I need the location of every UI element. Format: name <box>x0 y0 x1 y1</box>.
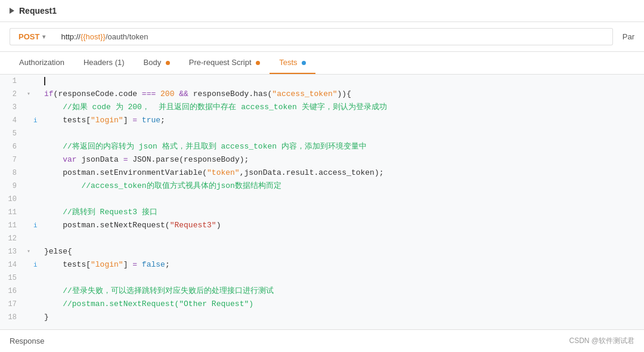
line-number: 15 <box>0 271 24 285</box>
line-number: 14 <box>0 258 24 271</box>
line-info-icon[interactable]: i <box>33 258 42 271</box>
line-number: 2 <box>0 88 24 101</box>
line-fold-indicator[interactable]: ▾ <box>24 88 33 101</box>
tabs-row: Authorization Headers (1) Body Pre-reque… <box>0 52 644 75</box>
line-content: //跳转到 Request3 接口 <box>42 206 644 219</box>
code-line: 3 //如果 code 为 200， 并且返回的数据中存在 access_tok… <box>0 101 644 114</box>
line-number: 9 <box>0 180 24 193</box>
request-title-bar: Request1 <box>0 0 644 22</box>
method-label: POST <box>18 32 39 41</box>
code-line: 12 <box>0 232 644 245</box>
line-content: postman.setEnvironmentVariable("token",j… <box>42 166 644 180</box>
response-label: Response <box>10 336 45 345</box>
code-line: 5 <box>0 127 644 140</box>
line-content: //将返回的内容转为 json 格式，并且取到 access_token 内容，… <box>42 140 644 153</box>
editor-container[interactable]: 12▾if(responseCode.code === 200 && respo… <box>0 75 644 329</box>
prerequest-dot <box>256 61 260 65</box>
line-content: //登录失败，可以选择跳转到对应失败后的处理接口进行测试 <box>42 285 644 298</box>
line-content: if(responseCode.code === 200 && response… <box>42 88 644 101</box>
line-content: var jsonData = JSON.parse(responseBody); <box>42 153 644 166</box>
line-number: 11 <box>0 219 24 232</box>
code-line: 14i tests["login"] = false; <box>0 258 644 271</box>
tests-dot <box>302 61 306 65</box>
code-line: 7 var jsonData = JSON.parse(responseBody… <box>0 153 644 166</box>
line-number: 16 <box>0 285 24 298</box>
method-chevron: ▾ <box>42 33 45 40</box>
line-number: 6 <box>0 140 24 153</box>
line-number: 17 <box>0 298 24 311</box>
line-number: 1 <box>0 75 24 88</box>
request-title: Request1 <box>19 6 57 16</box>
tab-prerequest[interactable]: Pre-request Script <box>179 52 270 74</box>
line-number: 7 <box>0 153 24 166</box>
response-bar: Response CSDN @软件测试君 <box>0 329 644 352</box>
code-area[interactable]: 12▾if(responseCode.code === 200 && respo… <box>0 75 644 329</box>
body-dot <box>166 61 170 65</box>
line-content: tests["login"] = false; <box>42 258 644 271</box>
line-number: 18 <box>0 311 24 324</box>
line-info-icon[interactable]: i <box>33 114 42 127</box>
line-content: postman.setNextRequest("Request3") <box>42 219 644 232</box>
watermark: CSDN @软件测试君 <box>569 336 634 346</box>
code-line: 9 //access_token的取值方式视具体的json数据结构而定 <box>0 180 644 193</box>
tab-tests[interactable]: Tests <box>270 52 315 74</box>
code-line: 11 //跳转到 Request3 接口 <box>0 206 644 219</box>
line-number: 10 <box>0 193 24 206</box>
method-badge[interactable]: POST ▾ <box>10 28 54 45</box>
url-bar: POST ▾ http://{{host}}/oauth/token Par <box>0 22 644 52</box>
url-prefix: http:// <box>61 32 80 41</box>
url-input[interactable]: http://{{host}}/oauth/token <box>54 28 612 45</box>
url-host: {{host}} <box>80 32 106 41</box>
line-content: //如果 code 为 200， 并且返回的数据中存在 access_token… <box>42 101 644 114</box>
line-number: 8 <box>0 166 24 180</box>
collapse-icon[interactable] <box>10 8 14 14</box>
tab-authorization[interactable]: Authorization <box>10 52 74 74</box>
code-line: 13▾}else{ <box>0 245 644 258</box>
code-line: 18} <box>0 311 644 324</box>
url-path: /oauth/token <box>106 32 148 41</box>
line-info-icon[interactable]: i <box>33 219 42 232</box>
code-line: 16 //登录失败，可以选择跳转到对应失败后的处理接口进行测试 <box>0 285 644 298</box>
params-label: Par <box>623 32 634 41</box>
line-number: 12 <box>0 232 24 245</box>
line-number: 3 <box>0 101 24 114</box>
code-line: 6 //将返回的内容转为 json 格式，并且取到 access_token 内… <box>0 140 644 153</box>
code-line: 4i tests["login"] = true; <box>0 114 644 127</box>
line-content: }else{ <box>42 245 644 258</box>
line-number: 5 <box>0 127 24 140</box>
tab-body[interactable]: Body <box>134 52 179 74</box>
line-content: } <box>42 311 644 324</box>
line-content: //access_token的取值方式视具体的json数据结构而定 <box>42 180 644 193</box>
tab-headers[interactable]: Headers (1) <box>74 52 134 74</box>
line-number: 13 <box>0 245 24 258</box>
code-line: 17 //postman.setNextRequest("Other Reque… <box>0 298 644 311</box>
code-line: 2▾if(responseCode.code === 200 && respon… <box>0 88 644 101</box>
code-line: 1 <box>0 75 644 88</box>
line-content: tests["login"] = true; <box>42 114 644 127</box>
line-content <box>42 75 644 88</box>
line-fold-indicator[interactable]: ▾ <box>24 245 33 258</box>
code-line: 10 <box>0 193 644 206</box>
code-line: 8 postman.setEnvironmentVariable("token"… <box>0 166 644 180</box>
code-line: 11i postman.setNextRequest("Request3") <box>0 219 644 232</box>
code-line: 15 <box>0 271 644 285</box>
line-number: 4 <box>0 114 24 127</box>
line-content: //postman.setNextRequest("Other Request"… <box>42 298 644 311</box>
line-number: 11 <box>0 206 24 219</box>
app-container: Request1 POST ▾ http://{{host}}/oauth/to… <box>0 0 644 352</box>
